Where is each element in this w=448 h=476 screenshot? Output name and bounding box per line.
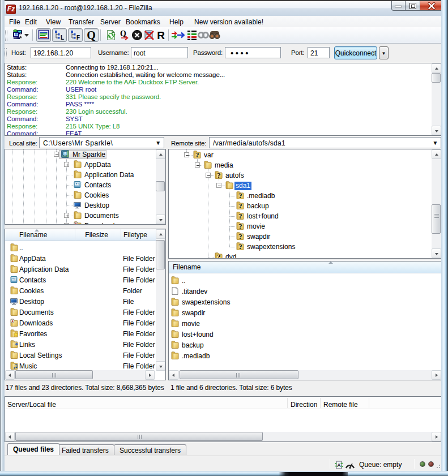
svg-text:?: ? [217, 171, 221, 179]
svg-text:?: ? [195, 151, 199, 159]
svg-text:A: A [337, 462, 341, 468]
svg-text:?: ? [238, 242, 242, 251]
svg-text:?: ? [238, 212, 242, 220]
svg-text:?: ? [238, 232, 242, 241]
svg-text:?: ? [238, 191, 242, 200]
svg-text:R: R [157, 29, 165, 41]
svg-text:F: F [76, 35, 80, 41]
svg-text:?: ? [217, 252, 221, 259]
svg-text:Q: Q [87, 29, 96, 41]
svg-text:?: ? [238, 201, 242, 210]
svg-text:L: L [61, 35, 64, 41]
svg-text:?: ? [238, 222, 242, 230]
